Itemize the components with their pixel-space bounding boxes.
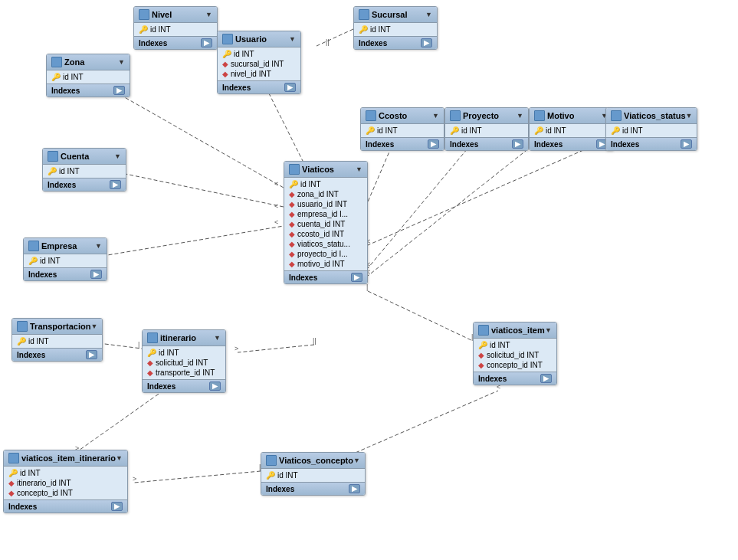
table-viaticos_status[interactable]: Viaticos_status ▼ 🔑id INT Indexes ▶ xyxy=(605,107,697,151)
indexes-expand-button[interactable]: ▶ xyxy=(209,382,221,391)
indexes-expand-button[interactable]: ▶ xyxy=(111,502,123,511)
indexes-row-empresa[interactable]: Indexes ▶ xyxy=(24,267,107,280)
indexes-row-proyecto[interactable]: Indexes ▶ xyxy=(445,137,528,150)
table-header-usuario[interactable]: Usuario ▼ xyxy=(218,31,300,47)
table-header-viaticos[interactable]: Viaticos ▼ xyxy=(284,162,367,178)
table-header-cuenta[interactable]: Cuenta ▼ xyxy=(43,149,126,165)
indexes-row-viaticos_concepto[interactable]: Indexes ▶ xyxy=(261,482,365,495)
indexes-row-motivo[interactable]: Indexes ▶ xyxy=(530,137,612,150)
table-itinerario[interactable]: itinerario ▼ 🔑id INT◆solicitud_id INT◆tr… xyxy=(142,329,226,393)
table-viaticos_item_itinerario[interactable]: viaticos_item_itinerario ▼ 🔑id INT◆itine… xyxy=(3,450,128,513)
indexes-expand-button[interactable]: ▶ xyxy=(681,139,692,149)
indexes-expand-button[interactable]: ▶ xyxy=(351,273,362,282)
indexes-expand-button[interactable]: ▶ xyxy=(540,374,552,383)
table-dropdown-nivel[interactable]: ▼ xyxy=(205,11,212,18)
pk-icon: 🔑 xyxy=(139,25,148,34)
table-nivel[interactable]: Nivel ▼ 🔑id INT Indexes ▶ xyxy=(133,6,218,50)
table-icon-usuario xyxy=(222,34,233,44)
indexes-label: Indexes xyxy=(48,181,76,189)
table-transportacion[interactable]: Transportacion ▼ 🔑id INT Indexes ▶ xyxy=(11,318,103,362)
indexes-expand-button[interactable]: ▶ xyxy=(201,38,212,47)
field-row: 🔑id INT xyxy=(606,126,697,136)
indexes-row-transportacion[interactable]: Indexes ▶ xyxy=(12,348,102,361)
table-dropdown-viaticos[interactable]: ▼ xyxy=(356,165,362,173)
table-header-viaticos_concepto[interactable]: Viaticos_concepto ▼ xyxy=(261,453,365,469)
table-header-empresa[interactable]: Empresa ▼ xyxy=(24,238,107,254)
table-header-motivo[interactable]: Motivo ▼ xyxy=(530,108,612,124)
table-dropdown-viaticos_status[interactable]: ▼ xyxy=(686,112,693,120)
pk-icon: 🔑 xyxy=(51,73,61,81)
field-row: 🔑id INT xyxy=(134,25,217,34)
table-header-transportacion[interactable]: Transportacion ▼ xyxy=(12,319,102,335)
indexes-row-usuario[interactable]: Indexes ▶ xyxy=(218,80,300,93)
indexes-row-ccosto[interactable]: Indexes ▶ xyxy=(361,137,444,150)
indexes-row-viaticos_item_itinerario[interactable]: Indexes ▶ xyxy=(4,499,127,513)
table-header-nivel[interactable]: Nivel ▼ xyxy=(134,7,217,23)
table-proyecto[interactable]: Proyecto ▼ 🔑id INT Indexes ▶ xyxy=(444,107,529,151)
table-body-nivel: 🔑id INT xyxy=(134,23,217,36)
table-dropdown-viaticos_concepto[interactable]: ▼ xyxy=(353,457,360,464)
indexes-expand-button[interactable]: ▶ xyxy=(421,38,432,47)
indexes-expand-button[interactable]: ▶ xyxy=(428,139,439,149)
table-viaticos_concepto[interactable]: Viaticos_concepto ▼ 🔑id INT Indexes ▶ xyxy=(261,452,366,496)
table-viaticos_item[interactable]: viaticos_item ▼ 🔑id INT◆solicitud_id INT… xyxy=(473,322,557,385)
indexes-label: Indexes xyxy=(8,503,37,511)
table-name-usuario: Usuario xyxy=(235,34,267,44)
indexes-row-sucursal[interactable]: Indexes ▶ xyxy=(354,36,437,49)
indexes-expand-button[interactable]: ▶ xyxy=(349,484,360,493)
table-dropdown-cuenta[interactable]: ▼ xyxy=(114,152,121,160)
table-empresa[interactable]: Empresa ▼ 🔑id INT Indexes ▶ xyxy=(23,237,107,281)
indexes-expand-button[interactable]: ▶ xyxy=(110,180,121,189)
field-row: ◆itinerario_id INT xyxy=(4,478,127,488)
indexes-expand-button[interactable]: ▶ xyxy=(113,86,125,95)
table-header-viaticos_item_itinerario[interactable]: viaticos_item_itinerario ▼ xyxy=(4,450,127,467)
table-cuenta[interactable]: Cuenta ▼ 🔑id INT Indexes ▶ xyxy=(42,148,126,192)
table-header-proyecto[interactable]: Proyecto ▼ xyxy=(445,108,528,124)
indexes-row-nivel[interactable]: Indexes ▶ xyxy=(134,36,217,49)
table-header-ccosto[interactable]: Ccosto ▼ xyxy=(361,108,444,124)
table-usuario[interactable]: Usuario ▼ 🔑id INT◆sucursal_id INT◆nivel_… xyxy=(217,31,301,94)
table-ccosto[interactable]: Ccosto ▼ 🔑id INT Indexes ▶ xyxy=(360,107,444,151)
table-zona[interactable]: Zona ▼ 🔑id INT Indexes ▶ xyxy=(46,54,130,97)
indexes-expand-button[interactable]: ▶ xyxy=(90,270,102,279)
table-sucursal[interactable]: Sucursal ▼ 🔑id INT Indexes ▶ xyxy=(353,6,438,50)
table-header-zona[interactable]: Zona ▼ xyxy=(47,54,130,70)
table-dropdown-itinerario[interactable]: ▼ xyxy=(214,334,221,342)
fk-icon: ◆ xyxy=(222,70,228,78)
svg-line-35 xyxy=(368,291,473,341)
table-viaticos[interactable]: Viaticos ▼ 🔑id INT◆zona_id INT◆usuario_i… xyxy=(284,161,368,284)
fk-icon: ◆ xyxy=(478,361,484,369)
indexes-expand-button[interactable]: ▶ xyxy=(512,139,523,149)
indexes-row-viaticos_item[interactable]: Indexes ▶ xyxy=(474,372,556,385)
table-dropdown-proyecto[interactable]: ▼ xyxy=(517,112,523,120)
table-header-viaticos_item[interactable]: viaticos_item ▼ xyxy=(474,323,556,339)
table-dropdown-viaticos_item_itinerario[interactable]: ▼ xyxy=(116,454,123,462)
indexes-label: Indexes xyxy=(534,140,563,149)
table-dropdown-viaticos_item[interactable]: ▼ xyxy=(545,326,552,334)
indexes-expand-button[interactable]: ▶ xyxy=(86,350,97,359)
table-header-itinerario[interactable]: itinerario ▼ xyxy=(143,330,225,346)
indexes-row-zona[interactable]: Indexes ▶ xyxy=(47,84,130,97)
table-icon-ccosto xyxy=(366,110,376,121)
fk-icon: ◆ xyxy=(289,250,295,258)
table-name-empresa: Empresa xyxy=(41,241,77,251)
field-row: 🔑id INT xyxy=(218,49,300,59)
table-header-sucursal[interactable]: Sucursal ▼ xyxy=(354,7,437,23)
field-row: 🔑id INT xyxy=(530,126,612,136)
table-dropdown-sucursal[interactable]: ▼ xyxy=(425,11,432,18)
table-motivo[interactable]: Motivo ▼ 🔑id INT Indexes ▶ xyxy=(529,107,613,151)
indexes-row-viaticos_status[interactable]: Indexes ▶ xyxy=(606,137,697,150)
table-dropdown-usuario[interactable]: ▼ xyxy=(289,35,296,43)
table-dropdown-ccosto[interactable]: ▼ xyxy=(432,112,439,120)
indexes-expand-button[interactable]: ▶ xyxy=(284,83,296,92)
field-name: usuario_id INT xyxy=(297,200,347,208)
indexes-row-itinerario[interactable]: Indexes ▶ xyxy=(143,379,225,392)
table-dropdown-empresa[interactable]: ▼ xyxy=(95,242,102,250)
table-icon-transportacion xyxy=(17,321,28,332)
table-header-viaticos_status[interactable]: Viaticos_status ▼ xyxy=(606,108,697,124)
table-dropdown-transportacion[interactable]: ▼ xyxy=(90,323,97,330)
field-name: concepto_id INT xyxy=(17,489,73,497)
indexes-row-cuenta[interactable]: Indexes ▶ xyxy=(43,178,126,191)
indexes-row-viaticos[interactable]: Indexes ▶ xyxy=(284,270,367,283)
table-dropdown-zona[interactable]: ▼ xyxy=(118,58,125,66)
